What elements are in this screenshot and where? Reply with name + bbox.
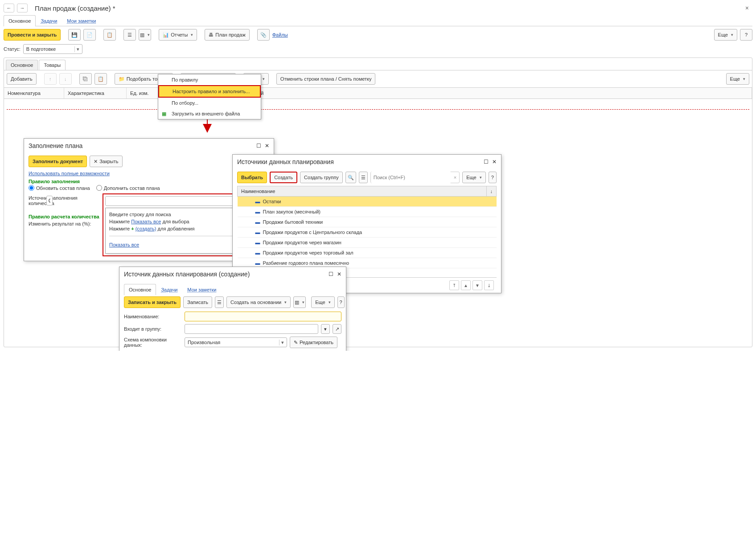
dlg1-close-button[interactable]: ✕ Закрыть [90,156,122,167]
sales-plan-button[interactable]: 🖶 План продаж [205,29,249,41]
reports-button[interactable]: 📊 Отчеты ▾ [159,29,197,41]
list-mode-icon[interactable]: ☰ [359,172,368,183]
tab-tasks[interactable]: Задачи [36,15,62,26]
menu-by-rule[interactable]: По правилу [158,74,261,85]
clear-search-icon[interactable]: × [451,175,459,180]
table-row[interactable]: ▬План закупок (месячный) [238,207,497,217]
down-icon[interactable]: ↓ [59,73,72,85]
save-button[interactable]: Записать [183,296,212,308]
list-icon[interactable]: ☰ [123,29,136,41]
copy-icon[interactable]: 📋 [103,29,116,41]
dlg1-title: Заполнение плана [29,142,82,149]
dlg3-max-icon[interactable]: ☐ [329,271,333,277]
create-group-button[interactable]: Создать группу [300,172,343,183]
sources-table: Наименование↓ ▬Остатки ▬План закупок (ме… [237,186,497,268]
dlg3-more-button[interactable]: Еще ▾ [311,296,334,308]
help-button[interactable]: ? [740,29,752,41]
group-label: Входит в группу: [124,326,182,332]
create-inline[interactable]: (создать) [136,226,156,231]
back-button[interactable]: ← [4,4,14,12]
inner-tab-goods[interactable]: Товары [39,60,66,70]
inner-tab-main[interactable]: Основное [6,60,38,70]
add-button[interactable]: Добавить [7,73,37,85]
dlg3-list-icon[interactable]: ☰ [215,296,224,308]
struct-icon[interactable]: ▥▾ [139,29,151,41]
dlg3-tab-notes[interactable]: Мои заметки [182,284,221,295]
page-last-icon[interactable]: ⤓ [484,280,494,290]
use-full-link[interactable]: Использовать полные возможности [29,171,110,176]
dlg2-max-icon[interactable]: ☐ [484,159,489,165]
show-all-inline[interactable]: Показать все [131,219,161,224]
cancel-rows-button[interactable]: Отменить строки плана / Снять пометку [276,73,376,85]
menu-configure-rule[interactable]: Настроить правило и заполнить... [158,85,261,98]
name-input[interactable] [185,312,341,321]
status-select[interactable]: В подготовке ▾ [23,44,82,54]
page-title: План продаж (создание) * [35,4,115,12]
fill-doc-button[interactable]: Заполнить документ [29,156,87,167]
page-down-icon[interactable]: ▼ [472,280,482,290]
dlg2-title: Источники данных планирования [237,158,334,165]
dlg2-more-button[interactable]: Еще ▾ [462,172,485,183]
edit-button[interactable]: ✎ Редактировать [290,337,337,348]
table-row[interactable]: ▬Продажи продуктов с Центрального склада [238,227,497,238]
dlg3-tab-tasks[interactable]: Задачи [156,284,182,295]
dlg3-tab-main[interactable]: Основное [124,284,156,295]
scheme-select[interactable]: Произвольная▾ [185,337,287,347]
tab-main[interactable]: Основное [4,15,36,26]
fill-goods-menu: По правилу Настроить правило и заполнить… [158,74,261,119]
radio-update[interactable]: Обновить состав плана [29,185,90,191]
show-all-link[interactable]: Показать все [109,242,139,247]
percent-input[interactable] [46,196,53,205]
dlg3-close-icon[interactable]: ✕ [337,271,341,277]
page-up-icon[interactable]: ▲ [461,280,471,290]
table-row[interactable]: ▬Остатки [238,197,497,207]
dlg3-help-button[interactable]: ? [337,296,345,308]
source-input[interactable] [105,196,247,206]
forward-button[interactable]: → [17,4,28,12]
radio-append[interactable]: Дополнить состав плана [96,185,160,191]
table-row[interactable]: ▬Продажи продуктов через магазин [238,238,497,248]
table-row[interactable]: ▬Продажи бытовой техники [238,217,497,227]
save-close-button[interactable]: Записать и закрыть [124,296,181,308]
find-icon[interactable]: 🔍 [345,172,356,183]
dlg2-close-icon[interactable]: ✕ [492,159,497,165]
calc-section-label: Правило расчета количества [29,214,100,219]
select-button[interactable]: Выбрать [237,172,267,183]
dlg3-title: Источник данных планирования (создание) [124,271,250,278]
group-dd-icon[interactable]: ▾ [321,324,330,334]
close-page[interactable]: × [742,4,752,12]
post-icon[interactable]: 📄 [83,29,96,41]
dialog-create-source: Источник данных планирования (создание) … [119,267,346,351]
group-input[interactable] [185,324,318,334]
up-icon[interactable]: ↑ [44,73,57,85]
table-row[interactable]: ▬Продажи продуктов через торговый зал [238,248,497,258]
copy-row-icon[interactable]: ⿻ [79,73,92,85]
menu-by-filter[interactable]: По отбору... [158,98,261,108]
create-based-button[interactable]: Создать на основании ▾ [226,296,291,308]
dlg1-close-icon[interactable]: ✕ [265,143,269,149]
files-link[interactable]: Файлы [272,32,288,37]
dlg3-struct-icon[interactable]: ▥▾ [293,296,306,308]
menu-load-file[interactable]: ▦Загрузить из внешнего файла [158,108,261,119]
create-button[interactable]: Создать [270,172,297,183]
status-label: Статус: [4,46,21,52]
post-close-button[interactable]: Провести и закрыть [4,29,61,41]
page-first-icon[interactable]: ⤒ [449,280,459,290]
header-tabs: Основное Задачи Мои заметки [4,15,752,26]
search-input[interactable] [371,172,451,183]
scheme-label: Схема компоновки данных: [124,337,182,348]
table-body[interactable] [7,101,749,110]
dlg2-help-button[interactable]: ? [489,172,497,183]
percent-label: Изменить результат на (%): [29,221,91,226]
group-open-icon[interactable]: ↗ [333,324,341,334]
paste-row-icon[interactable]: 📋 [94,73,107,85]
table-header: Номенклатура Характеристика Ед. изм. рий [4,87,752,99]
source-qty-label: Источник заполнения количества [29,195,78,206]
attach-icon[interactable]: 📎 [257,29,270,41]
tab-notes[interactable]: Мои заметки [62,15,101,26]
dlg1-max-icon[interactable]: ☐ [256,143,261,149]
name-label: Наименование: [124,314,182,319]
save-icon[interactable]: 💾 [68,29,81,41]
inner-more-button[interactable]: Еще ▾ [726,73,749,85]
more-button[interactable]: Еще ▾ [714,29,737,41]
